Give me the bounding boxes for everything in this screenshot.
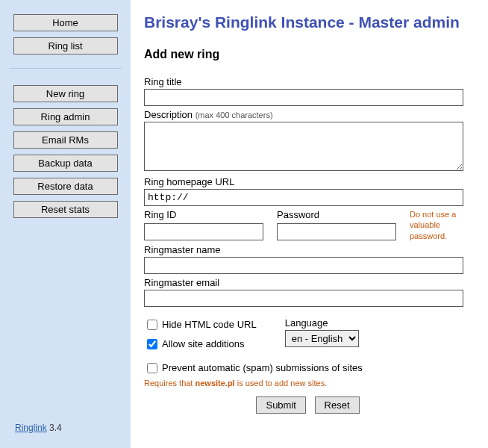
ring-id-input[interactable] — [144, 223, 263, 240]
language-label: Language — [285, 317, 359, 329]
ringmaster-email-label: Ringmaster email — [144, 277, 472, 288]
sidebar-footer: Ringlink 3.4 — [9, 423, 122, 441]
description-label-text: Description — [144, 109, 195, 120]
nav-new-ring[interactable]: New ring — [13, 85, 118, 102]
hide-html-checkbox[interactable] — [147, 320, 157, 330]
description-textarea[interactable] — [144, 122, 463, 171]
reset-button[interactable]: Reset — [315, 396, 360, 414]
nav-email-rms[interactable]: Email RMs — [13, 131, 118, 149]
description-label: Description (max 400 characters) — [144, 109, 472, 120]
main-content: Brisray's Ringlink Instance - Master adm… — [131, 0, 488, 448]
homepage-label: Ring homepage URL — [144, 176, 472, 187]
nav-backup-data[interactable]: Backup data — [13, 155, 118, 172]
allow-additions-label: Allow site additions — [162, 338, 245, 349]
prevent-spam-checkbox[interactable] — [147, 363, 157, 373]
prevent-spam-note: Requires that newsite.pl is used to add … — [144, 379, 472, 388]
nav-ring-list[interactable]: Ring list — [13, 37, 118, 55]
ringlink-version: 3.4 — [47, 423, 62, 433]
ringmaster-name-input[interactable] — [144, 257, 463, 274]
submit-button[interactable]: Submit — [256, 396, 305, 414]
ring-id-label: Ring ID — [144, 209, 263, 220]
note-prefix: Requires that — [144, 379, 195, 388]
password-label: Password — [277, 209, 396, 220]
nav-ring-admin[interactable]: Ring admin — [13, 108, 118, 125]
hide-html-label: Hide HTML code URL — [162, 319, 257, 330]
note-suffix: is used to add new sites. — [235, 379, 328, 388]
language-select[interactable]: en - English — [285, 330, 359, 347]
password-input[interactable] — [277, 223, 396, 240]
description-hint: (max 400 characters) — [195, 111, 273, 119]
sidebar: Home Ring list New ring Ring admin Email… — [0, 0, 131, 448]
ringmaster-email-input[interactable] — [144, 290, 463, 307]
sidebar-divider — [9, 68, 122, 69]
note-bold: newsite.pl — [195, 379, 234, 388]
section-title: Add new ring — [144, 48, 472, 61]
nav-reset-stats[interactable]: Reset stats — [13, 201, 118, 218]
ringmaster-name-label: Ringmaster name — [144, 244, 472, 255]
nav-home[interactable]: Home — [13, 14, 118, 31]
allow-additions-checkbox[interactable] — [147, 339, 157, 349]
nav-restore-data[interactable]: Restore data — [13, 178, 118, 195]
password-warning: Do not use a valuable password. — [410, 209, 471, 241]
page-title: Brisray's Ringlink Instance - Master adm… — [144, 13, 472, 31]
prevent-spam-label: Prevent automatic (spam) submissions of … — [162, 362, 363, 373]
homepage-input[interactable] — [144, 189, 463, 206]
ring-title-input[interactable] — [144, 89, 463, 106]
ring-title-label: Ring title — [144, 76, 472, 87]
ringlink-link[interactable]: Ringlink — [15, 423, 47, 433]
